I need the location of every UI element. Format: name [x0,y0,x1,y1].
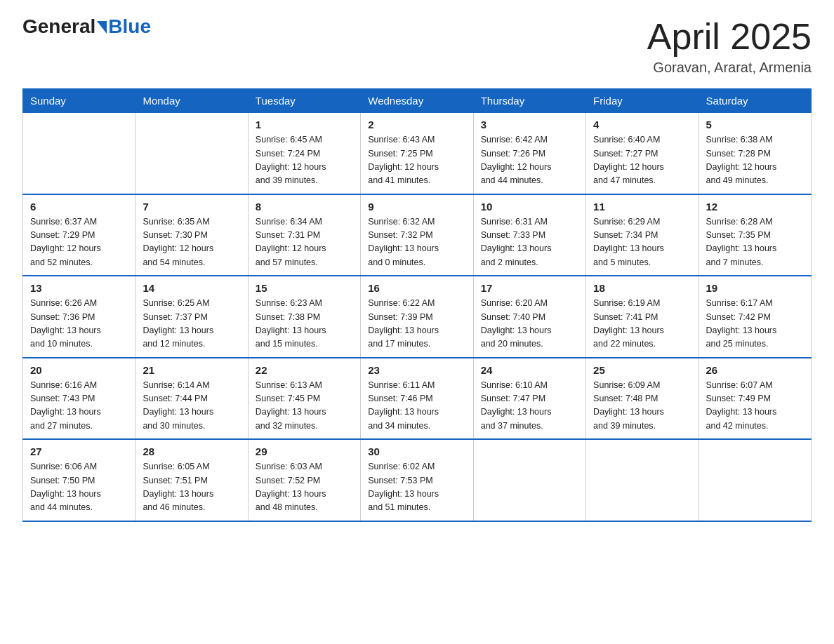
day-number: 30 [368,445,465,457]
day-number: 7 [143,201,240,213]
calendar-cell [586,439,699,521]
day-info: Sunrise: 6:22 AMSunset: 7:39 PMDaylight:… [368,297,465,351]
calendar-cell [135,113,248,194]
month-year-title: April 2025 [647,17,812,57]
calendar-cell: 8Sunrise: 6:34 AMSunset: 7:31 PMDaylight… [248,194,360,276]
day-number: 11 [593,201,691,213]
calendar-cell: 27Sunrise: 6:06 AMSunset: 7:50 PMDayligh… [23,439,135,521]
page-header: General Blue April 2025 Goravan, Ararat,… [22,17,812,76]
weekday-header-thursday: Thursday [473,89,585,113]
day-number: 21 [143,364,240,376]
day-number: 24 [481,364,578,376]
calendar-cell: 17Sunrise: 6:20 AMSunset: 7:40 PMDayligh… [473,276,585,358]
calendar-cell: 26Sunrise: 6:07 AMSunset: 7:49 PMDayligh… [699,358,811,440]
day-number: 4 [593,119,691,130]
day-info: Sunrise: 6:19 AMSunset: 7:41 PMDaylight:… [593,297,691,351]
logo-blue: Blue [108,17,151,36]
calendar-cell: 16Sunrise: 6:22 AMSunset: 7:39 PMDayligh… [361,276,473,358]
calendar-cell: 6Sunrise: 6:37 AMSunset: 7:29 PMDaylight… [23,194,135,276]
calendar-cell: 28Sunrise: 6:05 AMSunset: 7:51 PMDayligh… [135,439,248,521]
calendar-cell: 25Sunrise: 6:09 AMSunset: 7:48 PMDayligh… [586,358,699,440]
day-number: 3 [481,119,578,130]
day-info: Sunrise: 6:13 AMSunset: 7:45 PMDaylight:… [256,379,353,434]
day-info: Sunrise: 6:34 AMSunset: 7:31 PMDaylight:… [256,215,353,270]
weekday-header-saturday: Saturday [699,89,811,113]
day-info: Sunrise: 6:16 AMSunset: 7:43 PMDaylight:… [30,379,128,434]
day-info: Sunrise: 6:43 AMSunset: 7:25 PMDaylight:… [368,133,465,188]
day-number: 18 [593,282,691,294]
calendar-week-row: 1Sunrise: 6:45 AMSunset: 7:24 PMDaylight… [23,113,812,194]
weekday-header-monday: Monday [135,89,248,113]
day-info: Sunrise: 6:23 AMSunset: 7:38 PMDaylight:… [256,297,353,351]
calendar-cell: 3Sunrise: 6:42 AMSunset: 7:26 PMDaylight… [473,113,585,194]
day-info: Sunrise: 6:05 AMSunset: 7:51 PMDaylight:… [143,460,240,515]
day-info: Sunrise: 6:45 AMSunset: 7:24 PMDaylight:… [256,133,353,188]
calendar-week-row: 6Sunrise: 6:37 AMSunset: 7:29 PMDaylight… [23,194,812,276]
calendar-cell: 1Sunrise: 6:45 AMSunset: 7:24 PMDaylight… [248,113,360,194]
day-info: Sunrise: 6:42 AMSunset: 7:26 PMDaylight:… [481,133,578,188]
calendar-week-row: 13Sunrise: 6:26 AMSunset: 7:36 PMDayligh… [23,276,812,358]
day-number: 13 [30,282,128,294]
day-number: 27 [30,445,128,457]
calendar-cell: 18Sunrise: 6:19 AMSunset: 7:41 PMDayligh… [586,276,699,358]
weekday-header-sunday: Sunday [23,89,135,113]
day-number: 6 [30,201,128,213]
calendar-cell: 7Sunrise: 6:35 AMSunset: 7:30 PMDaylight… [135,194,248,276]
day-number: 10 [481,201,578,213]
title-block: April 2025 Goravan, Ararat, Armenia [647,17,812,76]
day-info: Sunrise: 6:14 AMSunset: 7:44 PMDaylight:… [143,379,240,434]
day-info: Sunrise: 6:11 AMSunset: 7:46 PMDaylight:… [368,379,465,434]
day-info: Sunrise: 6:10 AMSunset: 7:47 PMDaylight:… [481,379,578,434]
day-number: 26 [706,364,804,376]
day-number: 22 [256,364,353,376]
day-info: Sunrise: 6:07 AMSunset: 7:49 PMDaylight:… [706,379,804,434]
calendar-cell: 14Sunrise: 6:25 AMSunset: 7:37 PMDayligh… [135,276,248,358]
calendar-cell: 13Sunrise: 6:26 AMSunset: 7:36 PMDayligh… [23,276,135,358]
logo-text: General Blue [22,17,151,36]
day-info: Sunrise: 6:20 AMSunset: 7:40 PMDaylight:… [481,297,578,351]
day-number: 23 [368,364,465,376]
day-number: 8 [256,201,353,213]
calendar-cell: 21Sunrise: 6:14 AMSunset: 7:44 PMDayligh… [135,358,248,440]
calendar-cell: 4Sunrise: 6:40 AMSunset: 7:27 PMDaylight… [586,113,699,194]
day-number: 16 [368,282,465,294]
day-number: 15 [256,282,353,294]
weekday-header-row: SundayMondayTuesdayWednesdayThursdayFrid… [23,89,812,113]
day-info: Sunrise: 6:17 AMSunset: 7:42 PMDaylight:… [706,297,804,351]
weekday-header-tuesday: Tuesday [248,89,360,113]
day-info: Sunrise: 6:09 AMSunset: 7:48 PMDaylight:… [593,379,691,434]
day-info: Sunrise: 6:32 AMSunset: 7:32 PMDaylight:… [368,215,465,270]
day-info: Sunrise: 6:03 AMSunset: 7:52 PMDaylight:… [256,460,353,515]
calendar-cell: 10Sunrise: 6:31 AMSunset: 7:33 PMDayligh… [473,194,585,276]
weekday-header-friday: Friday [586,89,699,113]
calendar-cell: 19Sunrise: 6:17 AMSunset: 7:42 PMDayligh… [699,276,811,358]
location-label: Goravan, Ararat, Armenia [647,60,812,76]
day-number: 2 [368,119,465,130]
day-info: Sunrise: 6:29 AMSunset: 7:34 PMDaylight:… [593,215,691,270]
calendar-cell [699,439,811,521]
day-info: Sunrise: 6:37 AMSunset: 7:29 PMDaylight:… [30,215,128,270]
day-info: Sunrise: 6:02 AMSunset: 7:53 PMDaylight:… [368,460,465,515]
calendar-cell: 11Sunrise: 6:29 AMSunset: 7:34 PMDayligh… [586,194,699,276]
calendar-week-row: 27Sunrise: 6:06 AMSunset: 7:50 PMDayligh… [23,439,812,521]
day-number: 5 [706,119,804,130]
day-number: 19 [706,282,804,294]
day-info: Sunrise: 6:31 AMSunset: 7:33 PMDaylight:… [481,215,578,270]
calendar-cell [473,439,585,521]
day-number: 17 [481,282,578,294]
day-info: Sunrise: 6:28 AMSunset: 7:35 PMDaylight:… [706,215,804,270]
day-number: 25 [593,364,691,376]
calendar-cell: 22Sunrise: 6:13 AMSunset: 7:45 PMDayligh… [248,358,360,440]
day-number: 14 [143,282,240,294]
logo-general: General [22,17,95,36]
day-info: Sunrise: 6:06 AMSunset: 7:50 PMDaylight:… [30,460,128,515]
day-number: 29 [256,445,353,457]
logo-arrow-icon [97,21,107,34]
calendar-cell: 20Sunrise: 6:16 AMSunset: 7:43 PMDayligh… [23,358,135,440]
day-number: 20 [30,364,128,376]
calendar-cell: 12Sunrise: 6:28 AMSunset: 7:35 PMDayligh… [699,194,811,276]
day-number: 9 [368,201,465,213]
calendar-cell: 2Sunrise: 6:43 AMSunset: 7:25 PMDaylight… [361,113,473,194]
calendar-cell: 30Sunrise: 6:02 AMSunset: 7:53 PMDayligh… [361,439,473,521]
calendar-cell: 29Sunrise: 6:03 AMSunset: 7:52 PMDayligh… [248,439,360,521]
